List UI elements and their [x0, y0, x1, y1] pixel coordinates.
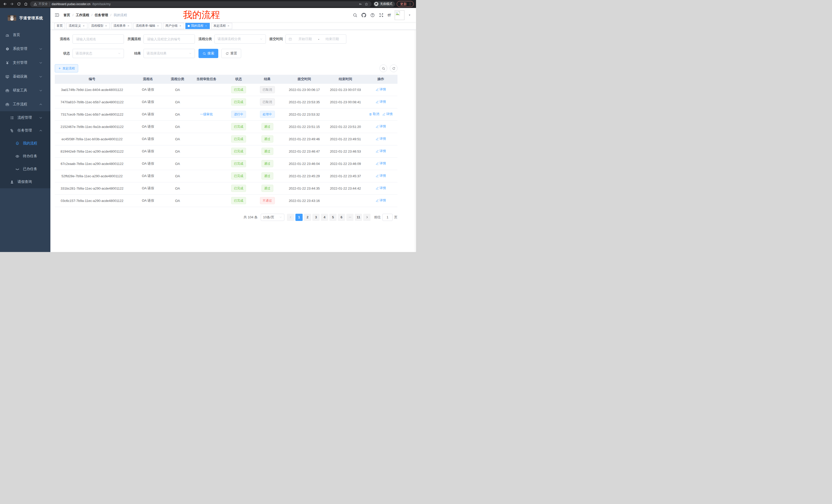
task-link[interactable]: 一级审批 [200, 112, 213, 117]
forward-icon[interactable] [9, 2, 15, 7]
help-icon[interactable] [370, 12, 375, 18]
date-separator: - [318, 37, 319, 41]
tab-流程表单[interactable]: 流程表单 [111, 23, 132, 29]
process-input[interactable] [147, 37, 192, 41]
sidebar-item-系统管理[interactable]: 系统管理 [0, 42, 50, 56]
tab-流程表单-编辑[interactable]: 流程表单-编辑 [133, 23, 162, 29]
sidebar-item-我的流程[interactable]: 我的流程 [0, 137, 50, 150]
date-end[interactable]: 结束日期 [321, 37, 343, 41]
font-size-icon[interactable]: tT [388, 13, 391, 17]
cell-end-time: 2022-01-22 23:45:37 [327, 170, 364, 182]
sidebar-item-请假查询[interactable]: 请假查询 [0, 175, 50, 188]
page-size-select[interactable]: 10条/页 [261, 214, 284, 221]
close-icon[interactable] [82, 24, 85, 27]
tab-label: 流程表单 [113, 24, 126, 28]
chevron-down-icon[interactable] [408, 14, 411, 17]
home-icon[interactable] [23, 2, 28, 7]
breadcrumb-item[interactable]: 任务管理 [95, 13, 108, 18]
star-icon[interactable] [364, 2, 368, 6]
sidebar-collapse-icon[interactable] [54, 12, 59, 18]
update-button[interactable]: 更新 [397, 1, 414, 7]
refresh-table-button[interactable] [390, 64, 397, 72]
app-logo[interactable]: 芋道管理系统 [0, 8, 50, 28]
date-range-picker[interactable]: 开始日期 - 结束日期 [285, 34, 346, 44]
update-label[interactable]: 更新 [400, 2, 407, 6]
sidebar-item-支付管理[interactable]: 支付管理 [0, 56, 50, 69]
detail-link[interactable]: 详情 [375, 137, 386, 141]
chevron-down-icon [189, 52, 192, 55]
back-icon[interactable] [2, 2, 7, 7]
search-icon[interactable] [353, 12, 358, 18]
detail-link[interactable]: 详情 [375, 124, 386, 129]
fullscreen-icon[interactable] [379, 12, 384, 18]
sidebar-item-待办任务[interactable]: 待办任务 [0, 150, 50, 163]
sidebar-item-工作流程[interactable]: 工作流程 [0, 97, 50, 111]
detail-link[interactable]: 详情 [375, 186, 386, 190]
status-select[interactable]: 请选择状态 [73, 49, 124, 58]
tab-首页[interactable]: 首页 [54, 23, 65, 29]
close-icon[interactable] [205, 24, 207, 27]
sidebar-item-已办任务[interactable]: 已办任务 [0, 163, 50, 175]
reload-icon[interactable] [16, 2, 21, 7]
cancel-link[interactable]: 取消 [369, 112, 379, 116]
close-icon[interactable] [179, 24, 182, 27]
browser-menu-icon[interactable] [408, 2, 412, 6]
breadcrumb-item[interactable]: 工作流程 [76, 13, 89, 18]
cell-submit-time: 2022-01-22 23:43:16 [282, 194, 327, 207]
goto-page-input[interactable] [382, 214, 393, 221]
sidebar-item-流程管理[interactable]: 流程管理 [0, 111, 50, 124]
robot-icon [16, 142, 19, 145]
reset-button[interactable]: 重置 [222, 49, 241, 58]
close-icon[interactable] [127, 24, 130, 27]
toggle-search-button[interactable] [380, 64, 387, 72]
tab-我的流程[interactable]: 我的流程 [185, 23, 210, 29]
page-button-2[interactable]: 2 [304, 214, 311, 221]
close-icon[interactable] [105, 24, 107, 27]
detail-link[interactable]: 详情 [375, 174, 386, 178]
page-button-5[interactable]: 5 [329, 214, 337, 221]
detail-link[interactable]: 详情 [375, 87, 386, 92]
result-select[interactable]: 请选择流结果 [144, 49, 195, 58]
tab-发起流程[interactable]: 发起流程 [211, 23, 232, 29]
date-start[interactable]: 开始日期 [294, 37, 316, 41]
tab-label: 我的流程 [191, 24, 203, 28]
address-bar[interactable]: 不安全 dashboard.yudao.iocoder.cn /bpm/task… [30, 1, 371, 7]
avatar[interactable] [395, 10, 405, 20]
key-icon[interactable] [358, 2, 363, 6]
sidebar-item-基础设施[interactable]: 基础设施 [0, 69, 50, 83]
page-button-1[interactable]: 1 [295, 214, 303, 221]
breadcrumb-item[interactable]: 首页 [63, 13, 70, 18]
detail-link[interactable]: 详情 [375, 100, 386, 104]
page-button-4[interactable]: 4 [321, 214, 328, 221]
url-path: /bpm/task/my [92, 2, 110, 6]
more-pages-button[interactable] [346, 214, 354, 221]
page-button-11[interactable]: 11 [355, 214, 362, 221]
sidebar-item-首页[interactable]: 首页 [0, 28, 50, 42]
detail-link[interactable]: 详情 [382, 112, 393, 116]
cell-result: 已取消 [253, 96, 282, 108]
tab-流程模型[interactable]: 流程模型 [89, 23, 110, 29]
page-button-3[interactable]: 3 [312, 214, 319, 221]
detail-link[interactable]: 详情 [375, 198, 386, 203]
page-button-6[interactable]: 6 [338, 214, 345, 221]
category-select[interactable]: 请选择流程分类 [214, 34, 266, 44]
name-input[interactable] [76, 37, 121, 41]
close-icon[interactable] [157, 24, 159, 27]
detail-link[interactable]: 详情 [375, 161, 386, 166]
prev-page-button[interactable] [287, 214, 294, 221]
next-page-button[interactable] [363, 214, 370, 221]
tab-流程定义[interactable]: 流程定义 [66, 23, 87, 29]
sidebar-item-任务管理[interactable]: 任务管理 [0, 124, 50, 137]
goto-page: 前往 页 [374, 214, 397, 221]
sidebar-item-研发工具[interactable]: 研发工具 [0, 83, 50, 97]
chevron-down-icon [39, 116, 43, 120]
tab-用户分组[interactable]: 用户分组 [163, 23, 184, 29]
filter-submit-time: 提交时间 开始日期 - 结束日期 [269, 34, 346, 44]
close-icon[interactable] [227, 24, 230, 27]
github-icon[interactable] [362, 12, 366, 18]
detail-link[interactable]: 详情 [375, 149, 386, 153]
search-button[interactable]: 搜索 [199, 49, 218, 58]
security-label[interactable]: 不安全 [38, 2, 48, 6]
create-process-button[interactable]: 发起流程 [55, 64, 78, 73]
table-row: 7470a810-7b9b-11ec-b5b7-acde48001122OA 请… [55, 96, 397, 108]
